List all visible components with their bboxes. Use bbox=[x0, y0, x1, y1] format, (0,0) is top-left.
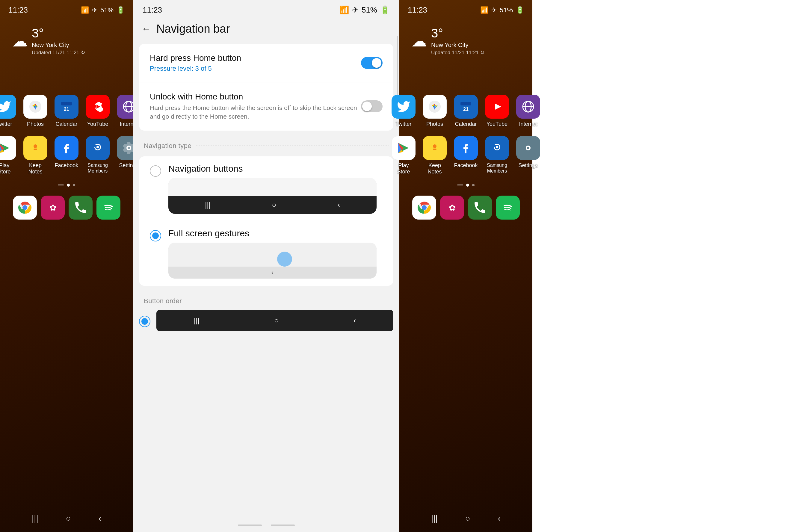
right-facebook-label: Facebook bbox=[454, 163, 477, 169]
left-keepnotes-icon[interactable] bbox=[23, 136, 47, 160]
left-app-grid-row1: Twitter Photos 21 Calendar YouTube bbox=[0, 95, 133, 128]
left-nav-recent[interactable]: ||| bbox=[32, 514, 38, 523]
left-dock-phone[interactable] bbox=[69, 196, 93, 220]
right-twitter-icon[interactable] bbox=[392, 95, 415, 119]
btn-order-recent: ||| bbox=[194, 316, 200, 325]
left-dock-chrome[interactable] bbox=[13, 196, 37, 220]
left-dock-spotify[interactable] bbox=[96, 196, 120, 220]
left-app-calendar[interactable]: 21 Calendar bbox=[55, 95, 78, 128]
right-app-calendar[interactable]: 21 Calendar bbox=[454, 95, 478, 128]
nav-buttons-radio[interactable] bbox=[150, 165, 161, 177]
left-app-facebook[interactable]: Facebook bbox=[55, 136, 78, 175]
left-app-photos[interactable]: Photos bbox=[23, 95, 47, 128]
right-app-facebook[interactable]: Facebook bbox=[454, 136, 478, 175]
right-battery-text: 51% bbox=[500, 6, 513, 14]
right-dock-phone[interactable] bbox=[468, 196, 492, 220]
right-nav-recent[interactable]: ||| bbox=[431, 514, 438, 523]
gestures-option[interactable]: Full screen gestures ‹ bbox=[139, 221, 393, 286]
left-nav-back[interactable]: ‹ bbox=[98, 514, 101, 523]
right-app-twitter[interactable]: Twitter bbox=[392, 95, 415, 128]
right-petal-icon[interactable]: ✿ bbox=[440, 196, 464, 220]
nav-buttons-option[interactable]: Navigation buttons ||| ○ ‹ bbox=[139, 156, 393, 221]
right-app-internet[interactable]: Internet bbox=[516, 95, 540, 128]
unlock-toggle[interactable] bbox=[361, 100, 382, 112]
right-keepnotes-icon[interactable] bbox=[423, 136, 447, 160]
left-app-samsung[interactable]: Samsung Members bbox=[86, 136, 110, 175]
right-youtube-icon[interactable] bbox=[485, 95, 509, 119]
nav-type-label: Navigation type bbox=[133, 134, 399, 153]
unlock-text: Unlock with Home button Hard press the H… bbox=[150, 92, 361, 121]
right-airplane-icon: ✈ bbox=[491, 6, 497, 14]
right-phone-icon[interactable] bbox=[468, 196, 492, 220]
left-app-twitter[interactable]: Twitter bbox=[0, 95, 16, 128]
nav-preview-screen bbox=[168, 178, 377, 196]
left-samsung-icon[interactable] bbox=[86, 136, 110, 160]
settings-status-icons: 📶 ✈ 51% 🔋 bbox=[339, 5, 390, 15]
right-dock-chrome[interactable] bbox=[412, 196, 436, 220]
svg-point-12 bbox=[96, 146, 99, 148]
right-playstore-icon[interactable] bbox=[392, 136, 415, 160]
right-keepnotes-label: Keep Notes bbox=[423, 163, 447, 175]
right-youtube-label: YouTube bbox=[487, 121, 508, 128]
left-app-youtube[interactable]: YouTube bbox=[86, 95, 110, 128]
right-calendar-icon[interactable]: 21 bbox=[454, 95, 478, 119]
left-nav-home[interactable]: ○ bbox=[66, 514, 71, 523]
battery-icon: 🔋 bbox=[116, 6, 125, 14]
left-phone-panel: 11:23 📶 ✈ 51% 🔋 ☁ 3° New York City Updat… bbox=[0, 0, 133, 532]
left-playstore-icon[interactable] bbox=[0, 136, 16, 160]
left-weather-updated: Updated 11/21 11:21 ↻ bbox=[32, 50, 85, 56]
right-app-samsung[interactable]: Samsung Members bbox=[485, 136, 509, 175]
svg-point-29 bbox=[433, 145, 436, 148]
right-dock-petal[interactable]: ✿ bbox=[440, 196, 464, 220]
right-facebook-icon[interactable] bbox=[454, 136, 478, 160]
left-app-playstore[interactable]: Play Store bbox=[0, 136, 16, 175]
svg-text:21: 21 bbox=[64, 107, 69, 112]
left-twitter-label: Twitter bbox=[0, 121, 12, 128]
right-nav-home[interactable]: ○ bbox=[465, 514, 470, 523]
right-internet-icon[interactable] bbox=[516, 95, 540, 119]
right-nav-back[interactable]: ‹ bbox=[498, 514, 501, 523]
gesture-bar: ‹ bbox=[168, 267, 377, 279]
right-dock-spotify[interactable] bbox=[496, 196, 520, 220]
settings-wifi-icon: 📶 bbox=[339, 5, 349, 15]
right-app-photos[interactable]: Photos bbox=[423, 95, 447, 128]
left-app-keepnotes[interactable]: Keep Notes bbox=[23, 136, 47, 175]
left-photos-icon[interactable] bbox=[23, 95, 47, 119]
left-facebook-icon[interactable] bbox=[55, 136, 78, 160]
right-app-settings[interactable]: Settings bbox=[516, 136, 540, 175]
svg-rect-34 bbox=[521, 141, 535, 155]
right-photos-icon[interactable] bbox=[423, 95, 447, 119]
left-bottom-dock: ✿ bbox=[0, 196, 133, 220]
left-spotify-icon[interactable] bbox=[96, 196, 120, 220]
button-order-text: Button order bbox=[144, 297, 182, 305]
right-app-playstore[interactable]: Play Store bbox=[392, 136, 415, 175]
back-button[interactable]: ← bbox=[142, 23, 151, 35]
hard-press-toggle-thumb bbox=[372, 58, 381, 68]
airplane-icon: ✈ bbox=[92, 6, 97, 14]
right-samsung-icon[interactable] bbox=[485, 136, 509, 160]
left-bottom-nav: ||| ○ ‹ bbox=[0, 505, 133, 532]
hard-press-toggle[interactable] bbox=[361, 57, 382, 69]
svg-point-33 bbox=[496, 146, 498, 148]
right-settings-icon[interactable] bbox=[516, 136, 540, 160]
gestures-radio[interactable] bbox=[150, 230, 161, 242]
left-dock-petal[interactable]: ✿ bbox=[41, 196, 65, 220]
settings-page-title: Navigation bar bbox=[156, 22, 230, 35]
button-order-label: Button order bbox=[133, 289, 399, 308]
button-order-radio[interactable] bbox=[139, 316, 150, 327]
right-chrome-icon[interactable] bbox=[412, 196, 436, 220]
nav-buttons-label: Navigation buttons bbox=[168, 164, 382, 174]
unlock-desc: Hard press the Home button while the scr… bbox=[150, 104, 357, 120]
right-app-keepnotes[interactable]: Keep Notes bbox=[423, 136, 447, 175]
settings-battery-icon: 🔋 bbox=[380, 5, 390, 15]
left-calendar-icon[interactable]: 21 bbox=[55, 95, 78, 119]
right-app-youtube[interactable]: YouTube bbox=[485, 95, 509, 128]
right-spotify-icon[interactable] bbox=[496, 196, 520, 220]
left-chrome-icon[interactable] bbox=[13, 196, 37, 220]
left-twitter-icon[interactable] bbox=[0, 95, 16, 119]
settings-battery: 51% bbox=[362, 5, 377, 15]
settings-scrollbar[interactable] bbox=[397, 36, 398, 96]
left-petal-icon[interactable]: ✿ bbox=[41, 196, 65, 220]
left-phone-icon[interactable] bbox=[69, 196, 93, 220]
left-youtube-icon[interactable] bbox=[86, 95, 110, 119]
